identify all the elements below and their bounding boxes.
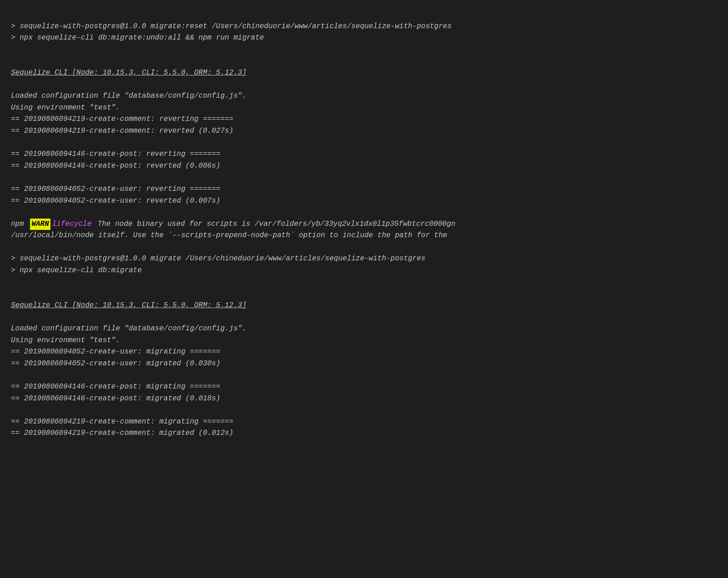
warn-continuation-line: /usr/local/bin/node itself. Use the `--s… — [11, 230, 717, 242]
migration-line: == 20190806094146-create-post: reverting… — [11, 149, 717, 160]
migration-line: == 20190806094146-create-post: reverted … — [11, 160, 717, 172]
migration-line: == 20190806094219-create-comment: revert… — [11, 114, 717, 125]
migration-line: == 20190806094052-create-user: migrating… — [11, 346, 717, 358]
sequelize-header-line: Sequelize CLI [Node: 10.15.3, CLI: 5.5.0… — [11, 67, 717, 79]
config-line: Using environment "test". — [11, 102, 717, 114]
migration-line: == 20190806094219-create-comment: migrat… — [11, 416, 717, 428]
command-line: > sequelize-with-postgres@1.0.0 migrate … — [11, 253, 717, 265]
migration-line: == 20190806094052-create-user: reverting… — [11, 184, 717, 195]
migration-line: == 20190806094146-create-post: migrating… — [11, 381, 717, 393]
terminal-output: > sequelize-with-postgres@1.0.0 migrate:… — [11, 9, 717, 439]
command-line: > npx sequelize-cli db:migrate — [11, 265, 717, 277]
npm-label: npm — [11, 219, 28, 230]
blank-line — [11, 369, 717, 381]
blank-line — [11, 172, 717, 184]
migration-line: == 20190806094219-create-comment: revert… — [11, 125, 717, 137]
blank-line — [11, 404, 717, 416]
migration-line: == 20190806094219-create-comment: migrat… — [11, 428, 717, 439]
blank-line — [11, 277, 717, 289]
config-line: Loaded configuration file "database/conf… — [11, 323, 717, 335]
lifecycle-label: lifecycle — [52, 219, 96, 230]
blank-line — [11, 207, 717, 219]
blank-line — [11, 137, 717, 149]
npm-warn-line: npm WARN lifecycle The node binary used … — [11, 219, 717, 230]
warn-text: The node binary used for scripts is /var… — [98, 219, 455, 230]
migration-line: == 20190806094052-create-user: reverted … — [11, 195, 717, 207]
command-line: > npx sequelize-cli db:migrate:undo:all … — [11, 32, 717, 44]
command-line: > sequelize-with-postgres@1.0.0 migrate:… — [11, 21, 717, 33]
warn-badge: WARN — [30, 219, 50, 230]
blank-line — [11, 288, 717, 300]
blank-line — [11, 311, 717, 323]
blank-line — [11, 44, 717, 56]
migration-line: == 20190806094052-create-user: migrated … — [11, 358, 717, 370]
blank-line — [11, 242, 717, 254]
sequelize-header-line: Sequelize CLI [Node: 10.15.3, CLI: 5.5.0… — [11, 300, 717, 312]
config-line: Using environment "test". — [11, 335, 717, 347]
migration-line: == 20190806094146-create-post: migrated … — [11, 393, 717, 405]
blank-line — [11, 79, 717, 91]
blank-line — [11, 55, 717, 67]
config-line: Loaded configuration file "database/conf… — [11, 90, 717, 102]
